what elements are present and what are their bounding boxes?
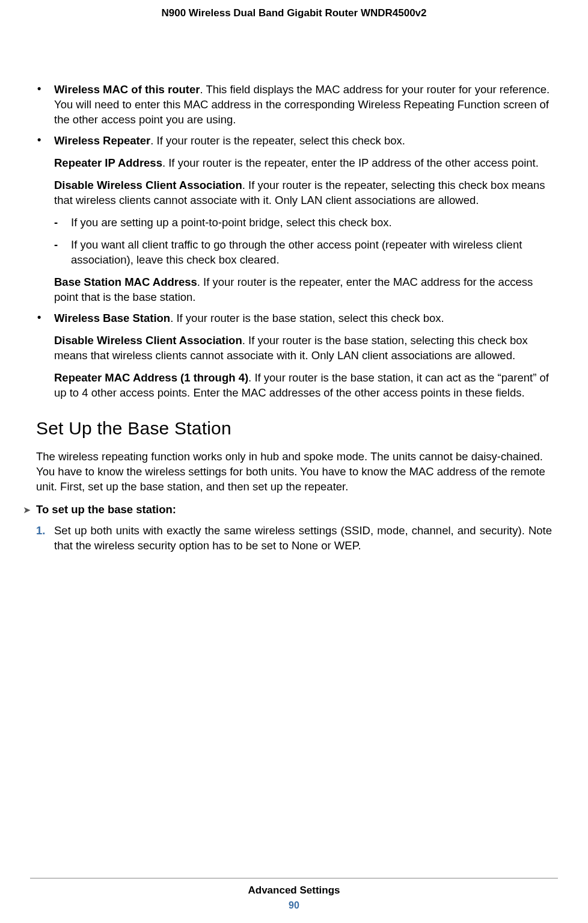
procedure-title: To set up the base station:	[36, 503, 176, 516]
footer-section-title: Advanced Settings	[30, 884, 558, 897]
bullet-text: . If your router is the base station, se…	[170, 312, 444, 324]
step-item: 1. Set up both units with exactly the sa…	[36, 523, 552, 554]
dash-item: - If you want all client traffic to go t…	[54, 238, 552, 268]
arrow-glyph: ➤	[23, 505, 31, 515]
bullet-marker-icon: •	[36, 82, 54, 128]
bullet-lead: Wireless Base Station	[54, 312, 170, 324]
step-text: Set up both units with exactly the same …	[54, 523, 552, 554]
step-number: 1.	[36, 523, 54, 554]
bullet-body: Wireless MAC of this router. This field …	[54, 82, 552, 128]
arrow-icon: ➤	[23, 504, 36, 516]
sub-lead: Disable Wireless Client Association	[54, 334, 242, 347]
bullet-item: • Wireless Repeater. If your router is t…	[36, 134, 552, 305]
sub-paragraph: Repeater IP Address. If your router is t…	[54, 156, 552, 171]
sub-paragraph: Disable Wireless Client Association. If …	[54, 333, 552, 363]
bullet-marker-icon: •	[36, 311, 54, 401]
sub-lead: Repeater MAC Address (1 through 4)	[54, 371, 248, 384]
dash-text: If you are setting up a point-to-point b…	[71, 215, 552, 230]
bullet-item: • Wireless Base Station. If your router …	[36, 311, 552, 401]
bullet-text: . If your router is the repeater, select…	[150, 134, 405, 147]
page-content: • Wireless MAC of this router. This fiel…	[0, 19, 588, 554]
dash-marker-icon: -	[54, 238, 71, 268]
sub-lead: Disable Wireless Client Association	[54, 179, 242, 191]
section-intro: The wireless repeating function works on…	[36, 449, 552, 495]
bullet-item: • Wireless MAC of this router. This fiel…	[36, 82, 552, 128]
dash-text: If you want all client traffic to go thr…	[71, 238, 552, 268]
procedure-heading: ➤ To set up the base station:	[23, 503, 552, 516]
dash-marker-icon: -	[54, 215, 71, 230]
sub-lead: Base Station MAC Address	[54, 276, 197, 288]
sub-paragraph: Repeater MAC Address (1 through 4). If y…	[54, 371, 552, 401]
page-header: N900 Wireless Dual Band Gigabit Router W…	[0, 0, 588, 19]
sub-text: . If your router is the repeater, enter …	[162, 156, 539, 169]
bullet-lead: Wireless Repeater	[54, 134, 150, 147]
sub-lead: Repeater IP Address	[54, 156, 162, 169]
sub-paragraph: Base Station MAC Address. If your router…	[54, 275, 552, 305]
page-footer: Advanced Settings 90	[30, 878, 558, 911]
bullet-lead: Wireless MAC of this router	[54, 83, 200, 96]
bullet-marker-icon: •	[36, 134, 54, 305]
footer-page-number: 90	[30, 900, 558, 911]
section-heading: Set Up the Base Station	[36, 418, 552, 439]
sub-paragraph: Disable Wireless Client Association. If …	[54, 178, 552, 208]
dash-item: - If you are setting up a point-to-point…	[54, 215, 552, 230]
bullet-body: Wireless Repeater. If your router is the…	[54, 134, 552, 305]
bullet-body: Wireless Base Station. If your router is…	[54, 311, 552, 401]
